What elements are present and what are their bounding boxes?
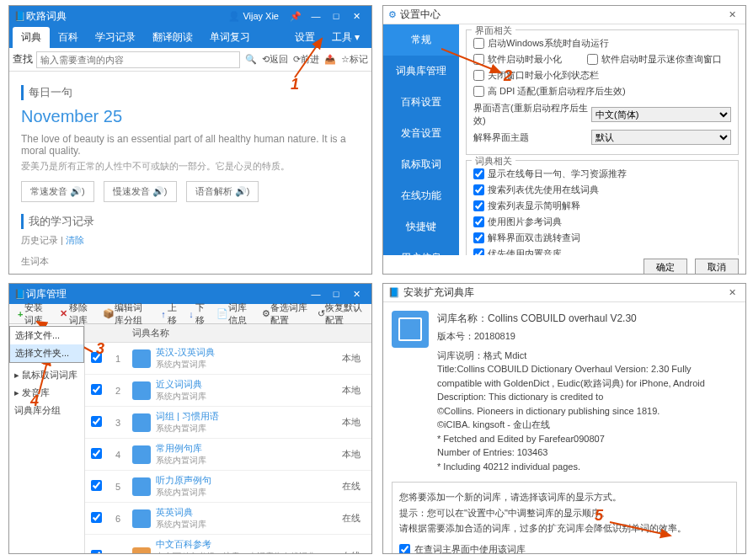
annotation-3: 3 bbox=[96, 340, 104, 358]
sidebar-item-hotkey[interactable]: 快捷键 bbox=[383, 211, 459, 243]
row-index: 6 bbox=[107, 514, 129, 524]
move-down-button[interactable]: ↓下移 bbox=[184, 301, 211, 327]
dict-icon bbox=[132, 413, 151, 432]
dict-name: 中文百科参考 bbox=[156, 538, 328, 551]
tab-translate[interactable]: 翻译朗读 bbox=[144, 27, 201, 48]
window-title: 安装扩充词典库 bbox=[403, 285, 724, 300]
svg-line-1 bbox=[441, 49, 500, 72]
close-icon[interactable]: ✕ bbox=[346, 289, 366, 300]
chk-use-main[interactable]: 在查词主界面中使用该词库 bbox=[399, 541, 729, 554]
tools-link[interactable]: 工具 ▾ bbox=[323, 27, 368, 48]
dict-location: 本地 bbox=[331, 448, 371, 461]
search-go-icon[interactable]: 🔍 bbox=[245, 54, 257, 65]
titlebar: 📘 安装扩充词典库 ✕ bbox=[383, 284, 745, 302]
sidebar-item-userinfo[interactable]: 用户信息 bbox=[383, 243, 459, 274]
chk-picture-dict[interactable]: 使用图片参考词典 bbox=[473, 216, 562, 228]
dict-sub: 系统内置词库 bbox=[156, 359, 215, 371]
sidebar-item-wiki[interactable]: 百科设置 bbox=[383, 87, 459, 118]
dict-location: 本地 bbox=[331, 416, 371, 429]
chk-dblclick-jump[interactable]: 解释界面双击跳转查词 bbox=[473, 232, 580, 244]
normal-speed-button[interactable]: 常速发音 🔊) bbox=[21, 181, 94, 202]
tab-review[interactable]: 单词复习 bbox=[201, 27, 259, 48]
row-checkbox[interactable] bbox=[91, 480, 102, 491]
dict-icon bbox=[392, 311, 429, 348]
chk-show-daily[interactable]: 显示在线每日一句、学习资源推荐 bbox=[473, 168, 627, 180]
dict-location: 本地 bbox=[331, 352, 371, 365]
close-icon[interactable]: ✕ bbox=[724, 287, 740, 298]
slow-speed-button[interactable]: 慢速发音 🔊) bbox=[104, 181, 177, 202]
voice-analyze-button[interactable]: 语音解析 🔊) bbox=[186, 181, 259, 202]
titlebar: 📘 欧路词典 👤 Vijay Xie 📌 — □ ✕ bbox=[9, 6, 371, 26]
study-record-heading: 我的学习记录 bbox=[21, 214, 360, 229]
row-checkbox[interactable] bbox=[91, 550, 102, 553]
chk-mini-window[interactable]: 软件启动时显示迷你查询窗口 bbox=[587, 53, 722, 66]
chk-online-first[interactable]: 搜索列表优先使用在线词典 bbox=[473, 184, 599, 196]
nav-mark[interactable]: ☆ 标记 bbox=[341, 53, 368, 66]
daily-sentence-heading: 每日一句 bbox=[21, 85, 360, 100]
theme-select[interactable]: 默认 bbox=[591, 130, 731, 145]
dict-info-button[interactable]: 📄 词库信息 bbox=[211, 301, 257, 327]
content-area: 每日一句 November 25 The love of beauty is a… bbox=[9, 72, 371, 275]
ui-lang-select[interactable]: 中文(简体) bbox=[591, 107, 731, 122]
clear-history-link[interactable]: 清除 bbox=[66, 235, 84, 245]
annotation-5: 5 bbox=[595, 507, 603, 525]
row-checkbox[interactable] bbox=[91, 384, 102, 395]
dict-row[interactable]: 3词组 | 习惯用语系统内置词库本地 bbox=[85, 407, 371, 439]
tree-dict-groups[interactable]: 词典库分组 bbox=[14, 402, 79, 419]
annotation-1: 1 bbox=[291, 76, 299, 93]
row-checkbox[interactable] bbox=[91, 512, 102, 523]
col-name: 词典名称 bbox=[129, 324, 331, 342]
dict-row[interactable]: 6英英词典系统内置词库在线 bbox=[85, 503, 371, 535]
menu-select-file[interactable]: 选择文件... bbox=[10, 327, 83, 344]
tab-study-record[interactable]: 学习记录 bbox=[87, 27, 144, 48]
minimize-icon[interactable]: — bbox=[306, 289, 326, 299]
restore-default-button[interactable]: ↺ 恢复默认配置 bbox=[312, 301, 368, 327]
dict-row[interactable]: 7中文百科参考中文百科参考规，注意：本词库为在线词典，查找时需要联网。在线 bbox=[85, 535, 371, 553]
cancel-button[interactable]: 取消 bbox=[695, 259, 739, 275]
dict-row[interactable]: 2近义词词典系统内置词库本地 bbox=[85, 375, 371, 407]
annotation-4: 4 bbox=[30, 392, 39, 410]
tab-dictionary[interactable]: 词典 bbox=[13, 27, 50, 48]
search-input[interactable] bbox=[36, 51, 240, 68]
pin-icon[interactable]: 📌 bbox=[286, 11, 306, 22]
daily-quote-zh: 爱美乃是所有正常的人性中不可或缺的一部分。它是心灵的特质。 bbox=[21, 160, 360, 173]
dict-icon bbox=[132, 445, 151, 464]
dict-sub: 系统内置词库 bbox=[156, 423, 219, 435]
user-label[interactable]: 👤 Vijay Xie bbox=[228, 11, 279, 22]
ok-button[interactable]: 确定 bbox=[644, 259, 687, 275]
app-icon: 📘 bbox=[14, 289, 26, 300]
dict-row[interactable]: 1英汉-汉英词典系统内置词库本地 bbox=[85, 343, 371, 375]
dict-name: 听力原声例句 bbox=[156, 474, 211, 487]
settings-center-window: ⚙ 设置中心 ✕ 常规 词典库管理 百科设置 发音设置 鼠标取词 在线功能 快捷… bbox=[382, 5, 746, 275]
tab-encyclopedia[interactable]: 百科 bbox=[50, 27, 87, 48]
chk-hidpi[interactable]: 高 DPI 适配(重新启动程序后生效) bbox=[473, 85, 626, 98]
list-header: 词典名称 bbox=[85, 324, 371, 343]
dict-icon bbox=[132, 349, 151, 368]
row-index: 2 bbox=[107, 386, 129, 396]
chk-builtin-audio[interactable]: 优先使用内置音库 bbox=[473, 248, 562, 255]
group-label: 词典相关 bbox=[472, 155, 515, 168]
row-checkbox[interactable] bbox=[91, 448, 102, 459]
maximize-icon[interactable]: □ bbox=[326, 11, 346, 21]
sidebar-item-mouse-pick[interactable]: 鼠标取词 bbox=[383, 149, 459, 180]
sidebar-item-pronunciation[interactable]: 发音设置 bbox=[383, 118, 459, 149]
dict-location: 在线 bbox=[331, 550, 371, 553]
menu-select-folder[interactable]: 选择文件夹... bbox=[10, 344, 83, 362]
move-up-button[interactable]: ↑上移 bbox=[156, 301, 184, 327]
dict-version-row: 版本号：20180819 bbox=[437, 329, 737, 344]
close-icon[interactable]: ✕ bbox=[346, 11, 366, 22]
dict-sub: 系统内置词库 bbox=[156, 455, 206, 467]
sidebar-item-online[interactable]: 在线功能 bbox=[383, 180, 459, 211]
dict-name: 常用例句库 bbox=[156, 442, 206, 455]
maximize-icon[interactable]: □ bbox=[326, 289, 346, 299]
dict-row[interactable]: 4常用例句库系统内置词库本地 bbox=[85, 439, 371, 471]
row-index: 1 bbox=[107, 354, 129, 364]
dict-row[interactable]: 5听力原声例句系统内置词库在线 bbox=[85, 471, 371, 503]
dict-name-row: 词库名称：Collins COBUILD overhaul V2.30 bbox=[437, 311, 737, 326]
dict-sub: 系统内置词库 bbox=[156, 391, 206, 403]
row-checkbox[interactable] bbox=[91, 416, 102, 427]
close-icon[interactable]: ✕ bbox=[724, 9, 740, 20]
minimize-icon[interactable]: — bbox=[306, 11, 326, 21]
chk-brief[interactable]: 搜索列表显示简明解释 bbox=[473, 200, 580, 212]
alt-config-button[interactable]: ⚙ 备选词库配置 bbox=[257, 301, 312, 327]
